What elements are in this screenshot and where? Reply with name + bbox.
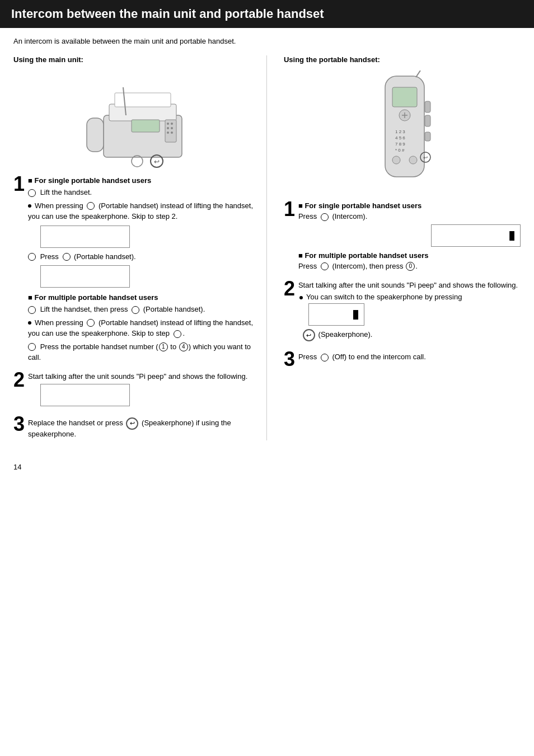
right-step1-text1: Press (Intercom). xyxy=(298,212,521,221)
page-number: 14 xyxy=(13,463,21,471)
left-step3-number: 3 xyxy=(13,414,25,434)
list-item: Press the portable handset number (1 to … xyxy=(28,341,255,363)
display-box-1 xyxy=(40,226,130,248)
left-step2: 2 Start talking after the unit sounds "P… xyxy=(13,370,255,410)
right-step1: 1 For single portable handset users Pres… xyxy=(284,199,521,271)
left-step1-section1-header: For single portable handset users xyxy=(28,176,255,185)
svg-rect-4 xyxy=(165,120,176,142)
right-step1-number: 1 xyxy=(284,199,295,219)
left-step2-number: 2 xyxy=(13,370,25,390)
svg-point-5 xyxy=(167,123,169,125)
right-step1-text2: Press (Intercom), then press 0. xyxy=(298,262,521,271)
svg-line-17 xyxy=(416,71,420,77)
svg-rect-2 xyxy=(115,93,171,107)
svg-text:↩: ↩ xyxy=(154,158,160,166)
list-item: Press (Portable handset). xyxy=(28,251,255,262)
list-item: When pressing (Portable handset) instead… xyxy=(28,317,255,339)
right-col-heading: Using the portable handset: xyxy=(284,55,521,64)
svg-point-6 xyxy=(171,123,173,125)
svg-rect-23 xyxy=(425,115,430,126)
list-item: Lift the handset, then press (Portable h… xyxy=(28,304,255,315)
left-step2-text: Start talking after the unit sounds "Pi … xyxy=(28,372,247,381)
display-box-right-1: ▐▌ xyxy=(431,224,521,247)
right-step2-number: 2 xyxy=(284,279,295,299)
left-step1: 1 For single portable handset users Lift… xyxy=(13,174,255,365)
display-box-right-2: ▐▌ xyxy=(308,303,364,326)
title-bar: Intercom between the main unit and porta… xyxy=(0,0,534,28)
svg-rect-30 xyxy=(425,132,430,141)
fax-machine-image: ↩ xyxy=(13,71,255,168)
right-step1-section1-header: For single portable handset users xyxy=(298,201,521,210)
page-title: Intercom between the main unit and porta… xyxy=(11,7,324,21)
svg-point-10 xyxy=(171,132,173,134)
right-step2-text: Start talking after the unit sounds "Pi … xyxy=(298,281,518,289)
svg-point-29 xyxy=(409,156,417,164)
svg-rect-22 xyxy=(425,101,430,112)
intro-text: An intercom is available between the mai… xyxy=(0,37,534,45)
right-step1-section2-header: For multiple portable handset users xyxy=(298,251,521,260)
svg-rect-3 xyxy=(132,120,160,132)
left-step3: 3 Replace the handset or press ↩ (Speake… xyxy=(13,414,255,438)
svg-point-9 xyxy=(167,132,169,134)
right-step3-number: 3 xyxy=(284,349,295,369)
left-step1-section2-header: For multiple portable handset users xyxy=(28,293,255,302)
svg-rect-18 xyxy=(392,87,417,107)
display-box-2 xyxy=(40,265,130,288)
svg-text:↩: ↩ xyxy=(423,154,428,161)
svg-point-8 xyxy=(171,127,173,129)
right-step2: 2 Start talking after the unit sounds "P… xyxy=(284,279,521,341)
left-col-heading: Using the main unit: xyxy=(13,55,255,64)
list-item: Lift the handset. xyxy=(28,187,255,198)
svg-point-7 xyxy=(167,127,169,129)
svg-text:4 5 6: 4 5 6 xyxy=(395,135,405,140)
svg-text:1 2 3: 1 2 3 xyxy=(395,129,405,134)
svg-rect-11 xyxy=(87,118,104,152)
list-item: When pressing (Portable handset) instead… xyxy=(28,200,255,222)
portable-handset-image: 1 2 3 4 5 6 7 8 9 * 0 # ↩ xyxy=(284,71,521,194)
display-box-3 xyxy=(40,384,130,406)
svg-text:* 0 #: * 0 # xyxy=(395,148,405,153)
right-step2-sub: You can switch to the speakerphone by pr… xyxy=(298,293,521,341)
svg-text:7 8 9: 7 8 9 xyxy=(395,142,405,147)
right-step3: 3 Press (Off) to end the intercom call. xyxy=(284,349,521,369)
left-step1-number: 1 xyxy=(13,174,25,194)
svg-point-28 xyxy=(392,156,400,164)
